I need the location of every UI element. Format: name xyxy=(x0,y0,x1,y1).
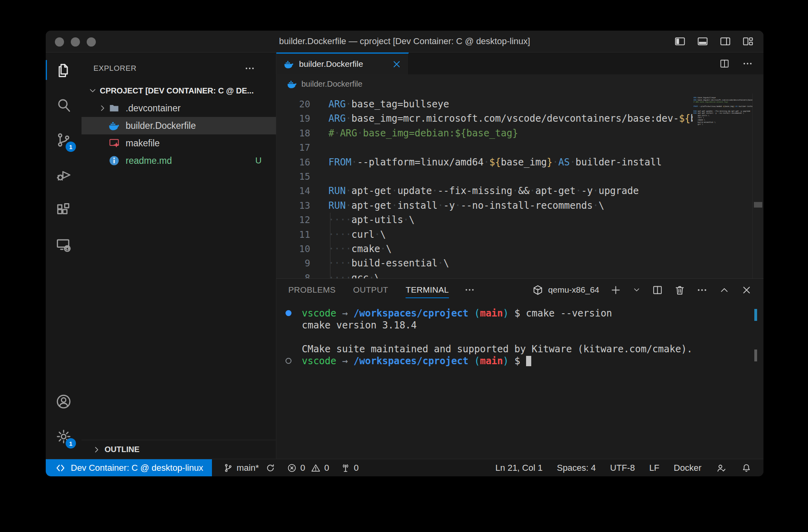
info-icon xyxy=(108,155,120,167)
docker-file-icon xyxy=(284,59,294,70)
qemu-box-icon xyxy=(532,284,544,296)
code-line[interactable]: 17 xyxy=(276,140,693,155)
new-terminal-icon[interactable] xyxy=(610,284,622,296)
traffic-lights xyxy=(55,37,96,47)
toggle-secondary-sidebar-icon[interactable] xyxy=(719,35,731,47)
maximize-panel-icon[interactable] xyxy=(719,284,730,296)
ports-status[interactable]: 0 xyxy=(340,463,359,473)
command-decoration-icon[interactable] xyxy=(286,358,291,364)
code-line[interactable]: 14RUN·apt-get·update·--fix-missing·&&·ap… xyxy=(276,184,693,198)
workspace-section-header[interactable]: CPROJECT [DEV CONTAINER: C @ DE... xyxy=(82,82,276,99)
tree-item-builder.Dockerfile[interactable]: builder.Dockerfile xyxy=(82,117,276,134)
line-number: 14 xyxy=(276,184,310,198)
explorer-sidebar: EXPLORER CPROJECT [DEV CONTAINER: C @ DE… xyxy=(82,52,276,459)
code-line[interactable]: 15 xyxy=(276,169,693,184)
activity-item-search[interactable] xyxy=(46,87,82,122)
problems-status[interactable]: 0 0 xyxy=(287,463,329,473)
editor-more-actions-icon[interactable] xyxy=(742,58,753,69)
panel-more-actions-icon[interactable] xyxy=(696,284,708,296)
panel-more-tabs-icon[interactable] xyxy=(464,284,475,295)
activity-item-source-control[interactable]: 1 xyxy=(46,122,82,157)
close-window-button[interactable] xyxy=(55,37,64,47)
tab-builder-dockerfile[interactable]: builder.Dockerfile xyxy=(276,52,409,74)
scrollbar-thumb[interactable] xyxy=(754,202,762,208)
editor-scrollbar[interactable] xyxy=(752,93,763,278)
line-number: 17 xyxy=(276,140,310,155)
code-line[interactable]: 8····gcc·\ xyxy=(276,271,693,278)
activity-item-settings[interactable]: 1 xyxy=(46,419,82,454)
terminal-line: vscode → /workspaces/cproject (main) $ xyxy=(276,355,763,367)
customize-layout-icon[interactable] xyxy=(742,35,754,47)
code-line[interactable]: 12····apt-utils·\ xyxy=(276,213,693,227)
activity-item-accounts[interactable] xyxy=(46,384,82,419)
encoding-status[interactable]: UTF-8 xyxy=(610,463,635,473)
cursor-position-status[interactable]: Ln 21, Col 1 xyxy=(495,463,543,473)
close-tab-icon[interactable] xyxy=(391,59,402,70)
minimap[interactable]: ARG base_tag=bullseyeARG base_img=mcr.mi… xyxy=(693,97,752,126)
tree-item-.devcontainer[interactable]: .devcontainer xyxy=(82,99,276,117)
indentation-status[interactable]: Spaces: 4 xyxy=(557,463,596,473)
outline-section-header[interactable]: OUTLINE xyxy=(82,440,276,459)
editor-tab-bar: builder.Dockerfile xyxy=(276,52,763,74)
code-line[interactable]: 19ARG·base_img=mcr.microsoft.com/vscode/… xyxy=(276,111,693,126)
minimap-line: FROM --platform=linux/amd64 ${base_img} … xyxy=(693,105,752,108)
code-editor[interactable]: 20ARG·base_tag=bullseye19ARG·base_img=mc… xyxy=(276,93,763,278)
explorer-icon xyxy=(55,61,72,79)
remote-indicator[interactable]: Dev Container: C @ desktop-linux xyxy=(46,459,212,476)
toggle-primary-sidebar-icon[interactable] xyxy=(674,35,686,47)
makefile-icon xyxy=(108,137,120,149)
language-mode-status[interactable]: Docker xyxy=(674,463,701,473)
code-line[interactable]: 20ARG·base_tag=bullseye xyxy=(276,97,693,111)
activity-item-remote-explorer[interactable] xyxy=(46,227,82,262)
warning-icon xyxy=(311,463,321,473)
line-number: 20 xyxy=(276,97,310,111)
search-icon xyxy=(55,96,72,114)
notifications-bell-icon[interactable] xyxy=(741,463,752,473)
line-number: 16 xyxy=(276,155,310,169)
line-number: 13 xyxy=(276,198,310,213)
terminal-line: CMake suite maintained and supported by … xyxy=(276,343,763,355)
breadcrumb[interactable]: builder.Dockerfile xyxy=(276,74,763,93)
explorer-more-actions-icon[interactable] xyxy=(244,63,255,74)
code-line[interactable]: 16FROM·--platform=linux/amd64·${base_img… xyxy=(276,155,693,169)
code-line[interactable]: 10····cmake·\ xyxy=(276,242,693,256)
code-line[interactable]: 13RUN·apt-get·install·-y·--no-install-re… xyxy=(276,198,693,213)
split-terminal-icon[interactable] xyxy=(652,284,663,296)
code-line[interactable]: 9····build-essential·\ xyxy=(276,256,693,270)
line-number: 19 xyxy=(276,111,310,126)
settings-badge: 1 xyxy=(66,438,76,449)
panel-tab-problems[interactable]: PROBLEMS xyxy=(288,279,336,301)
radio-tower-icon xyxy=(340,463,351,473)
eol-status[interactable]: LF xyxy=(649,463,660,473)
panel-tab-output[interactable]: OUTPUT xyxy=(353,279,388,301)
activity-item-run-debug[interactable] xyxy=(46,157,82,192)
terminal-cursor xyxy=(526,356,531,366)
tree-item-makefile[interactable]: makefile xyxy=(82,134,276,152)
sync-icon[interactable] xyxy=(265,463,276,473)
kill-terminal-icon[interactable] xyxy=(674,284,686,296)
feedback-icon[interactable] xyxy=(716,462,727,474)
terminal-line: cmake version 3.18.4 xyxy=(276,319,763,331)
code-line[interactable]: 11····curl·\ xyxy=(276,227,693,242)
command-decoration-icon[interactable] xyxy=(286,310,291,316)
terminal[interactable]: vscode → /workspaces/cproject (main) $ c… xyxy=(276,301,763,459)
zoom-window-button[interactable] xyxy=(87,37,96,47)
line-number: 18 xyxy=(276,126,310,140)
activity-item-extensions[interactable] xyxy=(46,192,82,227)
activity-item-explorer[interactable] xyxy=(46,52,82,87)
vscode-window: builder.Dockerfile — cproject [Dev Conta… xyxy=(46,31,763,476)
terminal-dropdown-icon[interactable] xyxy=(632,285,641,294)
split-editor-icon[interactable] xyxy=(719,58,730,69)
close-panel-icon[interactable] xyxy=(741,284,752,296)
terminal-profile[interactable]: qemu-x86_64 xyxy=(532,284,599,296)
status-bar: Dev Container: C @ desktop-linux main* 0… xyxy=(46,459,763,476)
toggle-panel-icon[interactable] xyxy=(697,35,709,47)
code-line[interactable]: 18#·ARG·base_img=debian:${base_tag} xyxy=(276,126,693,140)
panel-tab-terminal[interactable]: TERMINAL xyxy=(406,279,449,301)
minimize-window-button[interactable] xyxy=(71,37,80,47)
line-number: 15 xyxy=(276,169,310,184)
run-debug-icon xyxy=(55,166,72,184)
docker-file-icon xyxy=(287,79,297,89)
git-branch-status[interactable]: main* xyxy=(223,463,276,473)
tree-item-readme.md[interactable]: readme.mdU xyxy=(82,152,276,169)
